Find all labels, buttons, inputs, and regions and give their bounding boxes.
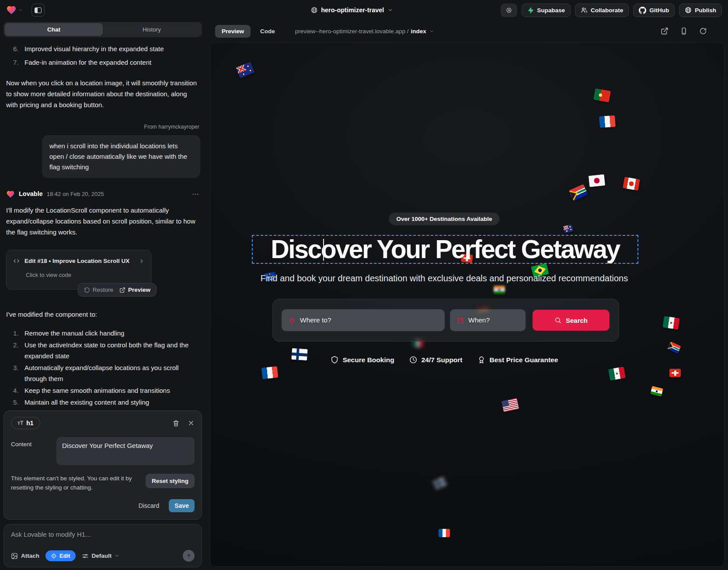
restore-icon bbox=[84, 287, 90, 293]
assistant-paragraph: Now when you click on a location image, … bbox=[6, 77, 199, 110]
code-icon bbox=[13, 257, 20, 265]
flag-fr-icon bbox=[261, 366, 279, 379]
sidebar-toggle-button[interactable] bbox=[31, 3, 45, 17]
preview-toolbar: Preview Code preview--hero-optimizer-tra… bbox=[206, 20, 728, 42]
flag-au-icon bbox=[563, 224, 574, 233]
clock-icon bbox=[409, 356, 418, 364]
publish-button[interactable]: Publish bbox=[679, 3, 722, 17]
close-panel-button[interactable] bbox=[188, 420, 195, 427]
step-item: 1.Remove the manual click handling bbox=[13, 328, 200, 339]
composer-card: Ask Lovable to modify H1... Attach Edit … bbox=[3, 524, 202, 567]
tab-preview[interactable]: Preview bbox=[215, 25, 251, 38]
restore-button[interactable]: Restore bbox=[84, 284, 113, 295]
collaborate-button[interactable]: Collaborate bbox=[575, 3, 629, 17]
flag-pt-icon bbox=[593, 88, 611, 102]
list-item: 7.Fade-in animation for the expanded con… bbox=[13, 57, 200, 68]
top-bar: hero-optimizer-travel Supabase Collabora… bbox=[0, 0, 728, 20]
supabase-button[interactable]: Supabase bbox=[522, 3, 571, 17]
chat-history-tabs: Chat History bbox=[3, 22, 202, 37]
assistant-modified-intro: I've modified the component to: bbox=[6, 309, 199, 320]
search-icon bbox=[554, 317, 561, 324]
preview-button[interactable]: Preview bbox=[119, 284, 150, 295]
tab-code[interactable]: Code bbox=[260, 28, 275, 35]
save-button[interactable]: Save bbox=[169, 499, 195, 512]
preview-panel: Preview Code preview--hero-optimizer-tra… bbox=[206, 20, 728, 570]
heading-selection-outline[interactable]: Discover Your Perfect Getaway bbox=[252, 235, 638, 264]
element-editor-panel: тT h1 Content Discover Your Perfect Geta… bbox=[3, 410, 202, 520]
trash-icon bbox=[172, 420, 180, 427]
where-to-input[interactable]: Where to? bbox=[282, 309, 445, 331]
typography-icon: тT bbox=[17, 420, 23, 426]
shield-icon bbox=[331, 356, 339, 364]
chevron-down-icon bbox=[18, 8, 23, 12]
user-from-label: From harrymckayroper bbox=[5, 122, 199, 133]
step-item: 3.Automatically expand/collapse location… bbox=[13, 362, 200, 384]
edit-mode-button[interactable]: Edit bbox=[45, 550, 76, 561]
mode-selector[interactable]: Default bbox=[82, 553, 120, 560]
chat-panel: Chat History 6.Improved visual hierarchy… bbox=[0, 20, 206, 570]
styling-note: This element can't be styled. You can ed… bbox=[11, 474, 142, 492]
discard-button[interactable]: Discard bbox=[139, 502, 159, 509]
project-name: hero-optimizer-travel bbox=[321, 7, 384, 14]
chevron-right-icon bbox=[139, 258, 145, 264]
preview-url[interactable]: preview--hero-optimizer-travel.lovable.a… bbox=[295, 28, 434, 35]
github-icon bbox=[639, 7, 646, 14]
github-button[interactable]: GitHub bbox=[633, 3, 675, 17]
destinations-badge: Over 1000+ Destinations Available bbox=[389, 213, 499, 225]
location-pin-icon bbox=[288, 317, 296, 324]
search-card: Where to? When? Search bbox=[272, 299, 619, 342]
hero-subtitle: Find and book your dream destination wit… bbox=[252, 273, 637, 283]
globe-icon bbox=[685, 7, 692, 14]
when-input[interactable]: When? bbox=[450, 309, 526, 331]
reset-styling-button[interactable]: Reset styling bbox=[146, 474, 195, 488]
sliders-icon bbox=[82, 553, 89, 560]
search-button[interactable]: Search bbox=[533, 310, 610, 331]
text-caret bbox=[323, 239, 324, 261]
project-selector[interactable]: hero-optimizer-travel bbox=[310, 7, 393, 14]
refresh-icon[interactable] bbox=[699, 27, 707, 35]
chat-scroll-area[interactable]: 6.Improved visual hierarchy in the expan… bbox=[3, 37, 202, 406]
chevron-down-icon bbox=[429, 29, 434, 34]
element-tag-badge[interactable]: тT h1 bbox=[11, 417, 40, 429]
lovable-logo-menu[interactable] bbox=[6, 5, 23, 15]
target-icon bbox=[51, 553, 57, 559]
flag-in-icon bbox=[494, 286, 505, 294]
assistant-name: Lovable bbox=[19, 189, 43, 199]
users-icon bbox=[581, 7, 588, 14]
flag-za-icon bbox=[569, 184, 588, 201]
globe-icon bbox=[310, 7, 317, 14]
user-message-bubble: when i scroll into the individual locati… bbox=[42, 135, 200, 178]
delete-element-button[interactable] bbox=[172, 420, 180, 427]
flag-jp-icon bbox=[589, 174, 606, 187]
preview-viewport[interactable]: Over 1000+ Destinations Available Discov… bbox=[210, 42, 725, 567]
flag-us-icon bbox=[502, 398, 519, 413]
assistant-message-header: Lovable 18:42 on Feb 20, 2025 ⋯ bbox=[6, 189, 199, 199]
preview-page-name: index bbox=[411, 28, 426, 35]
chat-input[interactable]: Ask Lovable to modify H1... bbox=[11, 531, 195, 544]
award-icon bbox=[477, 356, 486, 364]
element-tag-label: h1 bbox=[26, 420, 33, 427]
calendar-icon bbox=[456, 317, 464, 324]
tab-chat[interactable]: Chat bbox=[5, 23, 103, 36]
feature-badges: Secure Booking 24/7 Support Best Price G… bbox=[331, 356, 558, 364]
tab-history[interactable]: History bbox=[103, 23, 201, 36]
flag-mx-icon bbox=[662, 316, 679, 330]
send-button[interactable] bbox=[183, 550, 195, 562]
open-in-new-icon[interactable] bbox=[661, 27, 669, 35]
message-menu-button[interactable]: ⋯ bbox=[192, 189, 199, 199]
edit-card-subtitle: Click to view code bbox=[26, 269, 145, 280]
flag-au-icon bbox=[236, 62, 254, 78]
gear-icon bbox=[506, 7, 512, 14]
attach-button[interactable]: Attach bbox=[11, 553, 39, 560]
restore-preview-pill: Restore Preview bbox=[78, 283, 157, 297]
flag-ch-icon bbox=[669, 369, 681, 377]
assistant-steps: 1.Remove the manual click handling2.Use … bbox=[5, 328, 200, 406]
flag-fi-icon bbox=[291, 348, 308, 360]
smartphone-icon[interactable] bbox=[680, 27, 688, 35]
image-icon bbox=[11, 553, 18, 560]
edit-card-title: Edit #18 • Improve Location Scroll UX bbox=[24, 255, 129, 266]
settings-button[interactable] bbox=[501, 3, 517, 17]
content-textarea[interactable]: Discover Your Perfect Getaway bbox=[56, 437, 195, 465]
arrow-up-icon bbox=[186, 553, 192, 559]
external-link-icon bbox=[119, 287, 125, 293]
